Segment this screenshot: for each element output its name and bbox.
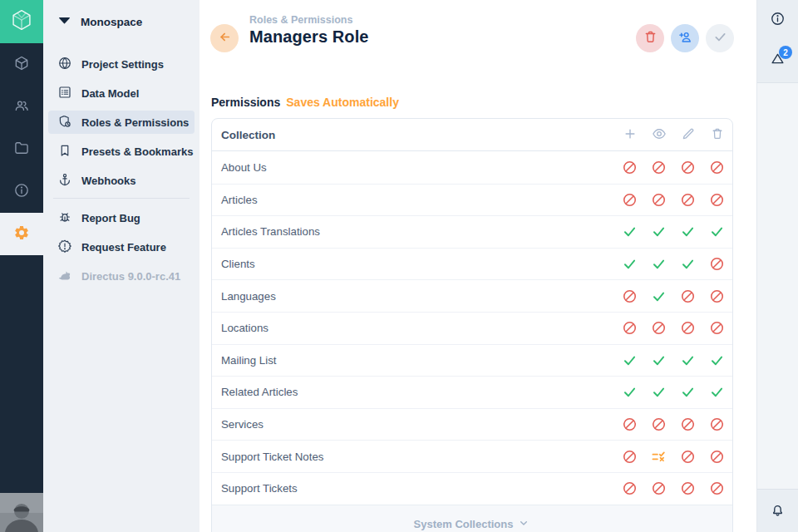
nav-item-webhooks[interactable]: Webhooks	[48, 169, 195, 192]
module-settings[interactable]	[0, 213, 43, 255]
permission-update-allowed-icon[interactable]	[673, 249, 702, 280]
project-name: Monospace	[81, 16, 142, 28]
notification-count-badge: 2	[779, 46, 792, 59]
permission-create-allowed-icon[interactable]	[615, 344, 644, 376]
invite-user-button[interactable]	[671, 24, 699, 52]
permission-create-blocked-icon[interactable]	[615, 280, 644, 312]
permissions-table: Collection About UsArticlesArticles Tran…	[211, 118, 733, 532]
permission-read-custom-icon[interactable]	[644, 441, 673, 472]
permission-read-blocked-icon[interactable]	[644, 473, 673, 505]
revisions-sidebar-button[interactable]: 2	[757, 40, 798, 80]
permission-create-blocked-icon[interactable]	[615, 409, 644, 441]
permission-read-blocked-icon[interactable]	[644, 409, 673, 441]
back-button[interactable]	[210, 24, 239, 52]
permission-delete-blocked-icon[interactable]	[702, 184, 732, 215]
nav-item-data-model[interactable]: Data Model	[48, 81, 195, 105]
permission-update-blocked-icon[interactable]	[673, 151, 702, 183]
permission-read-allowed-icon[interactable]	[644, 249, 673, 280]
nav-item-presets-bookmarks[interactable]: Presets & Bookmarks	[48, 140, 195, 163]
permission-read-blocked-icon[interactable]	[644, 184, 673, 215]
delete-role-button[interactable]	[636, 24, 664, 52]
module-users[interactable]	[0, 86, 43, 128]
table-row: Services	[212, 408, 732, 441]
right-sidebar-bottom	[757, 489, 798, 532]
permission-delete-allowed-icon[interactable]	[702, 216, 732, 248]
nav-label: Request Feature	[81, 241, 166, 254]
module-docs[interactable]	[0, 170, 43, 213]
project-chooser[interactable]: Monospace	[43, 0, 200, 43]
people-icon	[13, 97, 30, 116]
permission-update-allowed-icon[interactable]	[673, 344, 702, 376]
permission-read-allowed-icon[interactable]	[644, 344, 673, 376]
main-content: Roles & Permissions Managers Role Permis…	[200, 0, 756, 532]
user-add-icon	[677, 29, 693, 47]
permission-update-allowed-icon[interactable]	[673, 216, 702, 248]
permissions-label: Permissions	[211, 96, 280, 109]
permission-delete-blocked-icon[interactable]	[702, 280, 732, 312]
list-box-icon	[57, 85, 72, 102]
permission-create-blocked-icon[interactable]	[615, 473, 644, 505]
permission-delete-blocked-icon[interactable]	[702, 249, 732, 280]
permission-create-blocked-icon[interactable]	[615, 184, 644, 215]
table-row: Support Ticket Notes	[212, 440, 732, 472]
permission-update-blocked-icon[interactable]	[673, 441, 702, 472]
permission-create-allowed-icon[interactable]	[615, 249, 644, 280]
module-files[interactable]	[0, 128, 43, 170]
permission-create-blocked-icon[interactable]	[615, 313, 644, 344]
permission-delete-blocked-icon[interactable]	[702, 409, 732, 441]
permission-update-blocked-icon[interactable]	[673, 409, 702, 441]
info-icon	[770, 11, 786, 29]
permission-update-allowed-icon[interactable]	[673, 377, 702, 408]
directus-logo[interactable]	[0, 0, 43, 43]
module-collections[interactable]	[0, 43, 43, 86]
permission-read-allowed-icon[interactable]	[644, 280, 673, 312]
system-collections-toggle[interactable]: System Collections	[212, 505, 732, 532]
permission-create-allowed-icon[interactable]	[615, 377, 644, 408]
read-column-button[interactable]	[644, 119, 673, 151]
nav-label: Report Bug	[81, 212, 140, 224]
app-root: Monospace Project Settings Data Model Ro…	[0, 0, 798, 532]
nav-item-project-settings[interactable]: Project Settings	[48, 52, 195, 76]
nav-item-report-bug[interactable]: Report Bug	[48, 206, 195, 229]
permission-update-blocked-icon[interactable]	[673, 313, 702, 344]
pencil-icon	[681, 126, 696, 144]
nav-label: Project Settings	[81, 58, 164, 71]
permission-read-allowed-icon[interactable]	[644, 377, 673, 408]
table-row: Locations	[212, 312, 732, 344]
permission-update-blocked-icon[interactable]	[673, 473, 702, 505]
permission-delete-blocked-icon[interactable]	[702, 151, 732, 183]
permission-delete-allowed-icon[interactable]	[702, 344, 732, 376]
permission-read-blocked-icon[interactable]	[644, 313, 673, 344]
permission-read-blocked-icon[interactable]	[644, 151, 673, 183]
delete-column-button[interactable]	[702, 119, 732, 151]
notifications-button[interactable]	[757, 491, 798, 531]
collection-column-header: Collection	[221, 129, 275, 141]
permission-delete-allowed-icon[interactable]	[702, 377, 732, 408]
nav-item-request-feature[interactable]: Request Feature	[48, 235, 195, 259]
permission-delete-blocked-icon[interactable]	[702, 313, 732, 344]
permission-update-blocked-icon[interactable]	[673, 280, 702, 312]
nav-item-roles-permissions[interactable]: Roles & Permissions	[48, 111, 195, 134]
bug-icon	[57, 209, 72, 227]
burst-exclaim-icon	[57, 239, 72, 256]
permission-create-blocked-icon[interactable]	[615, 441, 644, 472]
module-bar	[0, 0, 43, 532]
user-avatar[interactable]	[0, 493, 43, 532]
info-sidebar-button[interactable]	[757, 0, 798, 40]
permission-create-blocked-icon[interactable]	[615, 151, 644, 183]
create-column-button[interactable]	[615, 119, 644, 151]
permission-read-allowed-icon[interactable]	[644, 216, 673, 248]
table-header: Collection	[212, 119, 732, 151]
nav-label: Presets & Bookmarks	[81, 145, 193, 158]
update-column-button[interactable]	[673, 119, 702, 151]
permission-update-blocked-icon[interactable]	[673, 184, 702, 215]
permission-delete-blocked-icon[interactable]	[702, 441, 732, 472]
breadcrumb[interactable]: Roles & Permissions	[249, 14, 369, 26]
page-title: Managers Role	[249, 27, 369, 47]
nav-divider	[53, 198, 190, 199]
settings-nav: Monospace Project Settings Data Model Ro…	[43, 0, 200, 532]
permission-create-allowed-icon[interactable]	[615, 216, 644, 248]
eye-icon	[652, 126, 667, 144]
save-button[interactable]	[706, 24, 734, 52]
permission-delete-blocked-icon[interactable]	[702, 473, 732, 505]
